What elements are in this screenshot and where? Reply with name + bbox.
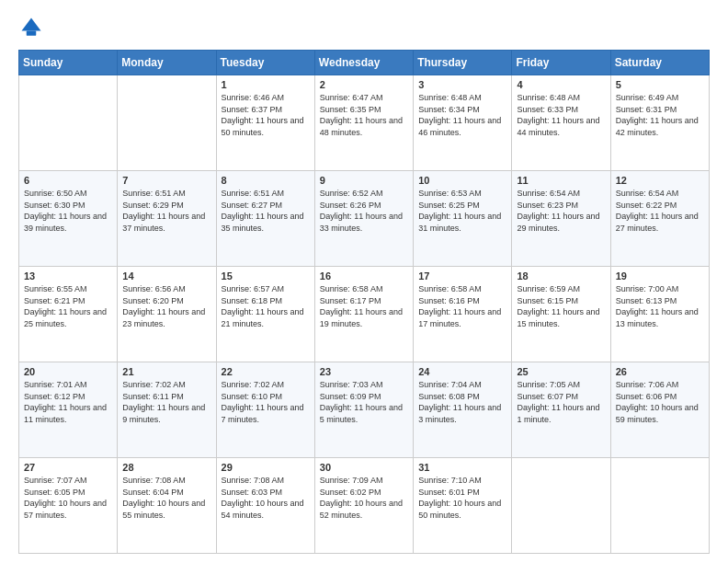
day-number: 8: [222, 175, 310, 186]
day-number: 17: [418, 270, 506, 282]
day-detail: Sunrise: 6:57 AM Sunset: 6:18 PM Dayligh…: [222, 283, 310, 329]
calendar-cell: [512, 458, 610, 554]
day-detail: Sunrise: 6:48 AM Sunset: 6:33 PM Dayligh…: [517, 92, 605, 138]
day-number: 9: [320, 175, 408, 186]
calendar-cell: 19Sunrise: 7:00 AM Sunset: 6:13 PM Dayli…: [610, 267, 709, 362]
weekday-friday: Friday: [512, 51, 610, 75]
calendar-table: SundayMondayTuesdayWednesdayThursdayFrid…: [18, 50, 710, 554]
calendar-cell: [610, 458, 709, 554]
calendar-cell: 4Sunrise: 6:48 AM Sunset: 6:33 PM Daylig…: [512, 75, 610, 171]
calendar-cell: 11Sunrise: 6:54 AM Sunset: 6:23 PM Dayli…: [512, 171, 610, 267]
calendar-cell: 6Sunrise: 6:50 AM Sunset: 6:30 PM Daylig…: [19, 171, 118, 267]
day-number: 16: [320, 270, 408, 282]
svg-marker-0: [22, 18, 41, 31]
weekday-wednesday: Wednesday: [314, 51, 413, 75]
day-number: 28: [122, 462, 210, 473]
logo: [18, 15, 48, 40]
day-number: 25: [517, 366, 605, 377]
calendar-cell: 21Sunrise: 7:02 AM Sunset: 6:11 PM Dayli…: [118, 362, 216, 458]
calendar-cell: 1Sunrise: 6:46 AM Sunset: 6:37 PM Daylig…: [216, 75, 314, 171]
day-detail: Sunrise: 6:46 AM Sunset: 6:37 PM Dayligh…: [222, 92, 310, 138]
day-detail: Sunrise: 7:08 AM Sunset: 6:03 PM Dayligh…: [222, 475, 310, 521]
day-number: 7: [122, 175, 210, 186]
calendar-cell: 22Sunrise: 7:02 AM Sunset: 6:10 PM Dayli…: [216, 362, 314, 458]
day-number: 12: [616, 175, 704, 186]
day-detail: Sunrise: 7:09 AM Sunset: 6:02 PM Dayligh…: [320, 475, 408, 521]
day-number: 11: [517, 175, 605, 186]
calendar-cell: 30Sunrise: 7:09 AM Sunset: 6:02 PM Dayli…: [314, 458, 413, 554]
header: [18, 15, 710, 40]
logo-icon: [18, 15, 44, 40]
week-row-5: 27Sunrise: 7:07 AM Sunset: 6:05 PM Dayli…: [19, 458, 710, 554]
day-detail: Sunrise: 6:53 AM Sunset: 6:25 PM Dayligh…: [418, 188, 506, 234]
day-detail: Sunrise: 7:01 AM Sunset: 6:12 PM Dayligh…: [24, 379, 112, 425]
day-detail: Sunrise: 6:56 AM Sunset: 6:20 PM Dayligh…: [122, 283, 210, 329]
calendar-cell: 31Sunrise: 7:10 AM Sunset: 6:01 PM Dayli…: [414, 458, 512, 554]
day-detail: Sunrise: 6:50 AM Sunset: 6:30 PM Dayligh…: [24, 188, 112, 234]
calendar-cell: 29Sunrise: 7:08 AM Sunset: 6:03 PM Dayli…: [216, 458, 314, 554]
week-row-2: 6Sunrise: 6:50 AM Sunset: 6:30 PM Daylig…: [19, 171, 710, 267]
day-number: 19: [616, 270, 704, 282]
day-number: 26: [616, 366, 704, 377]
weekday-monday: Monday: [118, 51, 216, 75]
weekday-thursday: Thursday: [414, 51, 512, 75]
day-detail: Sunrise: 6:58 AM Sunset: 6:16 PM Dayligh…: [418, 283, 506, 329]
week-row-4: 20Sunrise: 7:01 AM Sunset: 6:12 PM Dayli…: [19, 362, 710, 458]
day-detail: Sunrise: 7:02 AM Sunset: 6:10 PM Dayligh…: [222, 379, 310, 425]
day-detail: Sunrise: 6:52 AM Sunset: 6:26 PM Dayligh…: [320, 188, 408, 234]
day-number: 5: [616, 79, 704, 90]
calendar-cell: 14Sunrise: 6:56 AM Sunset: 6:20 PM Dayli…: [118, 267, 216, 362]
calendar-cell: 15Sunrise: 6:57 AM Sunset: 6:18 PM Dayli…: [216, 267, 314, 362]
day-number: 29: [222, 462, 310, 473]
calendar-cell: 13Sunrise: 6:55 AM Sunset: 6:21 PM Dayli…: [19, 267, 118, 362]
day-number: 20: [24, 366, 112, 377]
day-number: 18: [517, 270, 605, 282]
day-number: 6: [24, 175, 112, 186]
week-row-1: 1Sunrise: 6:46 AM Sunset: 6:37 PM Daylig…: [19, 75, 710, 171]
calendar-cell: 17Sunrise: 6:58 AM Sunset: 6:16 PM Dayli…: [414, 267, 512, 362]
day-detail: Sunrise: 6:58 AM Sunset: 6:17 PM Dayligh…: [320, 283, 408, 329]
day-detail: Sunrise: 7:03 AM Sunset: 6:09 PM Dayligh…: [320, 379, 408, 425]
calendar-cell: 2Sunrise: 6:47 AM Sunset: 6:35 PM Daylig…: [314, 75, 413, 171]
day-number: 2: [320, 79, 408, 90]
day-detail: Sunrise: 7:07 AM Sunset: 6:05 PM Dayligh…: [24, 475, 112, 521]
calendar-cell: 27Sunrise: 7:07 AM Sunset: 6:05 PM Dayli…: [19, 458, 118, 554]
weekday-saturday: Saturday: [610, 51, 709, 75]
calendar-cell: 8Sunrise: 6:51 AM Sunset: 6:27 PM Daylig…: [216, 171, 314, 267]
calendar-cell: 9Sunrise: 6:52 AM Sunset: 6:26 PM Daylig…: [314, 171, 413, 267]
day-detail: Sunrise: 6:51 AM Sunset: 6:27 PM Dayligh…: [222, 188, 310, 234]
page: SundayMondayTuesdayWednesdayThursdayFrid…: [0, 0, 728, 563]
day-number: 24: [418, 366, 506, 377]
day-number: 15: [222, 270, 310, 282]
day-detail: Sunrise: 7:05 AM Sunset: 6:07 PM Dayligh…: [517, 379, 605, 425]
calendar-cell: 3Sunrise: 6:48 AM Sunset: 6:34 PM Daylig…: [414, 75, 512, 171]
calendar-cell: 12Sunrise: 6:54 AM Sunset: 6:22 PM Dayli…: [610, 171, 709, 267]
day-number: 10: [418, 175, 506, 186]
calendar-cell: 23Sunrise: 7:03 AM Sunset: 6:09 PM Dayli…: [314, 362, 413, 458]
calendar-cell: 25Sunrise: 7:05 AM Sunset: 6:07 PM Dayli…: [512, 362, 610, 458]
calendar-cell: 20Sunrise: 7:01 AM Sunset: 6:12 PM Dayli…: [19, 362, 118, 458]
day-detail: Sunrise: 7:06 AM Sunset: 6:06 PM Dayligh…: [616, 379, 704, 425]
calendar-cell: [118, 75, 216, 171]
day-number: 21: [122, 366, 210, 377]
day-detail: Sunrise: 7:10 AM Sunset: 6:01 PM Dayligh…: [418, 475, 506, 521]
calendar-cell: 10Sunrise: 6:53 AM Sunset: 6:25 PM Dayli…: [414, 171, 512, 267]
calendar-cell: 7Sunrise: 6:51 AM Sunset: 6:29 PM Daylig…: [118, 171, 216, 267]
svg-rect-1: [27, 31, 37, 36]
day-detail: Sunrise: 6:47 AM Sunset: 6:35 PM Dayligh…: [320, 92, 408, 138]
day-number: 30: [320, 462, 408, 473]
day-detail: Sunrise: 6:51 AM Sunset: 6:29 PM Dayligh…: [122, 188, 210, 234]
day-number: 4: [517, 79, 605, 90]
calendar-cell: 5Sunrise: 6:49 AM Sunset: 6:31 PM Daylig…: [610, 75, 709, 171]
day-detail: Sunrise: 6:54 AM Sunset: 6:23 PM Dayligh…: [517, 188, 605, 234]
day-detail: Sunrise: 6:49 AM Sunset: 6:31 PM Dayligh…: [616, 92, 704, 138]
day-detail: Sunrise: 7:08 AM Sunset: 6:04 PM Dayligh…: [122, 475, 210, 521]
weekday-tuesday: Tuesday: [216, 51, 314, 75]
day-detail: Sunrise: 6:48 AM Sunset: 6:34 PM Dayligh…: [418, 92, 506, 138]
week-row-3: 13Sunrise: 6:55 AM Sunset: 6:21 PM Dayli…: [19, 267, 710, 362]
day-detail: Sunrise: 7:00 AM Sunset: 6:13 PM Dayligh…: [616, 283, 704, 329]
day-number: 31: [418, 462, 506, 473]
day-number: 22: [222, 366, 310, 377]
day-detail: Sunrise: 6:55 AM Sunset: 6:21 PM Dayligh…: [24, 283, 112, 329]
day-detail: Sunrise: 6:54 AM Sunset: 6:22 PM Dayligh…: [616, 188, 704, 234]
